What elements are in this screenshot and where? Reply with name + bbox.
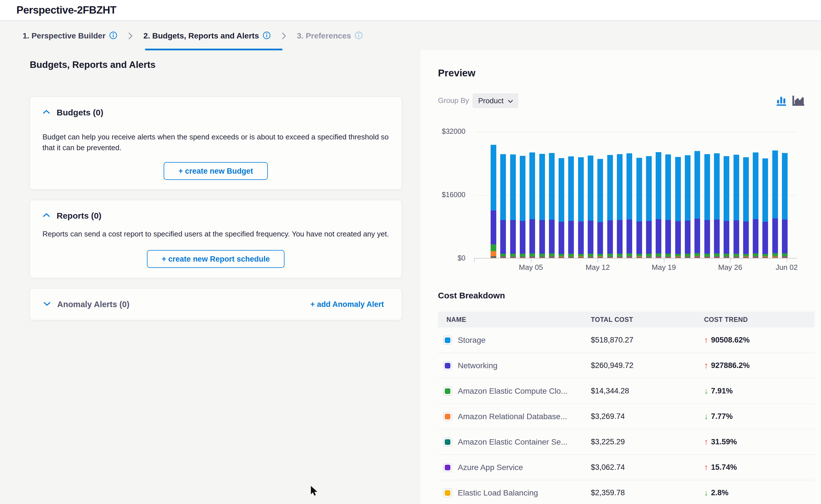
chart-bar[interactable]: [520, 156, 525, 258]
chart-bar[interactable]: [695, 151, 700, 258]
product-name: Elastic Load Balancing: [458, 488, 538, 497]
cost-trend-value: ↑31.59%: [704, 438, 814, 446]
anomaly-collapse-toggle[interactable]: Anomaly Alerts (0): [43, 300, 129, 309]
cost-trend-value: ↑927886.2%: [704, 361, 814, 370]
chart-bar[interactable]: [617, 154, 623, 258]
budgets-collapse-toggle[interactable]: Budgets (0): [30, 97, 401, 117]
chart-bar[interactable]: [510, 154, 516, 258]
chart-bar[interactable]: [714, 153, 720, 258]
create-budget-button[interactable]: + create new Budget: [164, 162, 268, 180]
gridline: [474, 132, 797, 132]
chart-bar[interactable]: [558, 158, 564, 258]
chart-bar[interactable]: [734, 155, 739, 258]
chart-bar[interactable]: [772, 150, 778, 258]
create-report-schedule-button[interactable]: + create new Report schedule: [147, 250, 285, 268]
chart-bar[interactable]: [637, 158, 642, 258]
chart-bar[interactable]: [724, 156, 729, 258]
cost-breakdown-table: NAME TOTAL COST COST TREND Storage$518,8…: [438, 312, 814, 504]
chart-bar[interactable]: [743, 157, 749, 258]
chart-bar[interactable]: [539, 154, 545, 258]
trend-down-arrow-icon: ↓: [704, 489, 708, 497]
chevron-up-icon: [42, 213, 50, 219]
total-cost-value: $14,344.28: [591, 387, 704, 395]
cost-breakdown-title: Cost Breakdown: [438, 291, 505, 300]
legend-color-swatch: [443, 488, 452, 497]
chart-bar[interactable]: [665, 154, 671, 258]
chart-bar[interactable]: [627, 153, 632, 258]
axis-tick: [787, 259, 787, 262]
total-cost-value: $3,269.74: [591, 412, 704, 421]
table-row[interactable]: Amazon Elastic Compute Clo...$14,344.28↓…: [438, 378, 814, 404]
trend-down-arrow-icon: ↓: [704, 412, 708, 421]
chart-bar[interactable]: [675, 157, 681, 258]
chevron-right-icon: [128, 31, 133, 40]
chart-bar[interactable]: [704, 154, 710, 258]
table-row[interactable]: Networking$260,949.72↑927886.2%: [438, 353, 814, 378]
product-name: Storage: [458, 336, 485, 345]
table-row[interactable]: Amazon Relational Database...$3,269.74↓7…: [438, 404, 814, 429]
cost-trend-value: ↓7.77%: [704, 412, 814, 421]
cost-breakdown-header: NAME TOTAL COST COST TREND: [438, 312, 814, 328]
cost-trend-value: ↓2.8%: [704, 488, 814, 497]
chart-bar[interactable]: [656, 152, 661, 258]
legend-color-swatch: [443, 361, 452, 370]
tab-budgets-reports-alerts[interactable]: 2. Budgets, Reports and Alerts: [143, 31, 271, 41]
x-axis-label: Jun 02: [776, 263, 798, 272]
chart-bar[interactable]: [529, 152, 535, 258]
chart-bar[interactable]: [491, 145, 496, 258]
chart-bar[interactable]: [549, 153, 554, 258]
product-name: Amazon Elastic Container Se...: [458, 438, 567, 447]
tab-label: 1. Perspective Builder: [23, 31, 106, 40]
y-axis-label: $32000: [424, 127, 465, 135]
table-row[interactable]: Amazon Elastic Container Se...$3,225.29↑…: [438, 429, 814, 455]
budgets-card: Budgets (0) Budget can help you receive …: [30, 97, 402, 189]
chart-bar[interactable]: [782, 153, 788, 258]
preview-chart: $32000 $16000 $0 May 05May 12May 19May 2…: [420, 50, 821, 279]
add-anomaly-alert-link[interactable]: + add Anomaly Alert: [310, 300, 384, 309]
trend-up-arrow-icon: ↑: [704, 438, 708, 446]
chart-bar[interactable]: [646, 156, 652, 258]
left-pane: Budgets, Reports and Alerts Budgets (0) …: [0, 50, 420, 504]
trend-up-arrow-icon: ↑: [704, 336, 708, 344]
legend-color-swatch: [443, 412, 452, 421]
cost-trend-value: ↑15.74%: [704, 463, 814, 472]
preview-panel: Preview Group By Product $32000 $16000: [420, 50, 821, 504]
chart-bar[interactable]: [597, 159, 603, 258]
chart-bar[interactable]: [762, 158, 768, 258]
chart-bar[interactable]: [568, 156, 574, 258]
tab-perspective-builder[interactable]: 1. Perspective Builder: [23, 31, 117, 41]
chart-bar[interactable]: [753, 152, 758, 258]
table-row[interactable]: Elastic Load Balancing$2,359.78↓2.8%: [438, 480, 814, 504]
legend-color-swatch: [443, 438, 452, 447]
product-name: Azure App Service: [458, 463, 523, 472]
chart-bar[interactable]: [588, 156, 593, 258]
total-cost-value: $518,870.27: [591, 336, 704, 344]
x-axis: May 05May 12May 19May 26Jun 02: [474, 263, 797, 273]
reports-card: Reports (0) Reports can send a cost repo…: [30, 200, 402, 278]
trend-up-arrow-icon: ↑: [704, 463, 708, 471]
axis-tick: [664, 259, 665, 262]
table-row[interactable]: Storage$518,870.27↑90508.62%: [438, 328, 814, 353]
info-icon: [263, 31, 271, 41]
cost-trend-value: ↓7.91%: [704, 387, 814, 395]
chart-bar[interactable]: [500, 154, 506, 258]
tab-label: 3. Preferences: [297, 31, 351, 40]
chart-bar[interactable]: [578, 157, 584, 258]
chevron-up-icon: [42, 109, 50, 116]
chevron-down-icon: [43, 301, 51, 307]
page-heading: Budgets, Reports and Alerts: [30, 59, 155, 70]
reports-collapse-toggle[interactable]: Reports (0): [30, 200, 401, 221]
axis-tick: [474, 259, 475, 262]
chart-bar[interactable]: [607, 155, 613, 258]
legend-color-swatch: [443, 463, 452, 472]
cost-trend-value: ↑90508.62%: [704, 336, 814, 344]
table-row[interactable]: Azure App Service$3,062.74↑15.74%: [438, 455, 814, 480]
chart-bar[interactable]: [685, 155, 691, 258]
axis-tick: [531, 259, 531, 262]
product-name: Amazon Relational Database...: [458, 412, 567, 421]
tab-preferences[interactable]: 3. Preferences: [297, 31, 363, 41]
total-cost-value: $2,359.78: [591, 488, 704, 497]
total-cost-value: $260,949.72: [591, 361, 704, 370]
perspective-title: Perspective-2FBZHT: [16, 0, 116, 20]
y-axis-label: $0: [424, 254, 465, 262]
